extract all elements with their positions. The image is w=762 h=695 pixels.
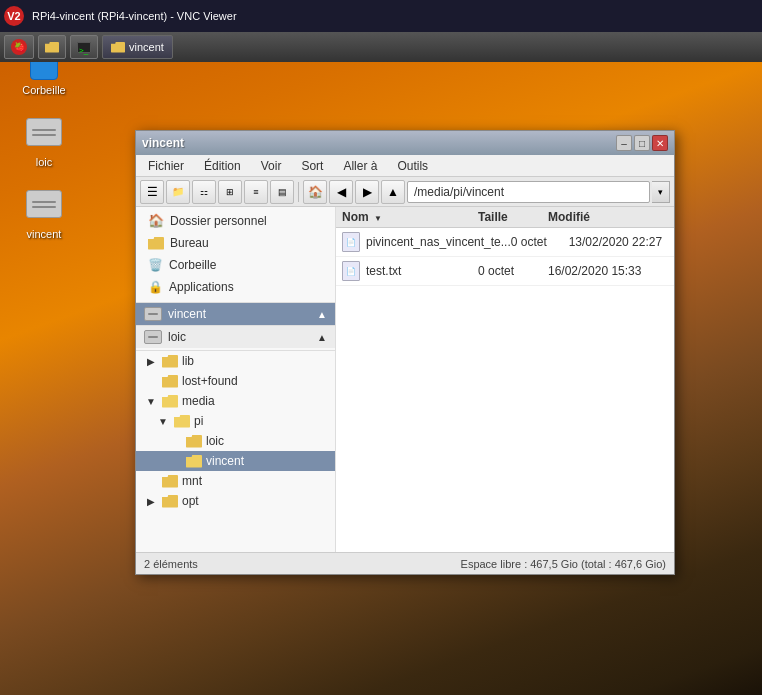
file1-date: 13/02/2020 22:27 (569, 235, 668, 249)
lost-found-toggle (144, 376, 158, 387)
status-count: 2 éléments (144, 558, 198, 570)
lib-folder-icon (162, 355, 178, 368)
back-button[interactable]: ◀ (329, 180, 353, 204)
view-toggle-button[interactable]: ⚏ (192, 180, 216, 204)
col-modifie-label: Modifié (548, 210, 590, 224)
drive-slot-2 (32, 134, 56, 136)
file-list-header: Nom ▼ Taille Modifié (336, 207, 674, 228)
col-nom-label: Nom (342, 210, 369, 224)
drive-slot-4 (32, 206, 56, 208)
new-folder-button[interactable]: 📁 (166, 180, 190, 204)
view-grid-button[interactable]: ⊞ (218, 180, 242, 204)
file-list: Nom ▼ Taille Modifié 📄 pivincent_nas_vin… (336, 207, 674, 552)
tree-item-lib[interactable]: ▶ lib (136, 351, 335, 371)
window-minimize-button[interactable]: – (616, 135, 632, 151)
corbeille-sidebar-label: Corbeille (169, 258, 216, 272)
sidebar-drive-vincent[interactable]: vincent ▲ (136, 302, 335, 325)
col-nom[interactable]: Nom ▼ (342, 210, 478, 224)
col-nom-sort-arrow: ▼ (374, 214, 382, 223)
file2-name: test.txt (366, 264, 401, 278)
vincent-label: vincent (27, 228, 62, 240)
vincent-drive-visual (26, 190, 62, 218)
table-row[interactable]: 📄 pivincent_nas_vincent_te... 0 octet 13… (336, 228, 674, 257)
active-window-button[interactable]: vincent (102, 35, 173, 59)
desktop-icon-loic[interactable]: loic (8, 112, 80, 168)
loic-folder-label: loic (206, 434, 224, 448)
sidebar-drive-loic[interactable]: loic ▲ (136, 325, 335, 348)
desktop-icons-area: Corbeille loic vincent (8, 40, 80, 240)
vincent-drive-icon (144, 307, 162, 321)
view-list-button[interactable]: ☰ (140, 180, 164, 204)
home-button[interactable]: 🏠 (303, 180, 327, 204)
places-section: 🏠 Dossier personnel Bureau 🗑️ Corbeille (136, 207, 335, 300)
sidebar-item-dossier-personnel[interactable]: 🏠 Dossier personnel (136, 209, 335, 232)
bureau-label: Bureau (170, 236, 209, 250)
vnc-logo: V2 (4, 6, 24, 26)
drives-section: vincent ▲ loic ▲ (136, 300, 335, 350)
drive-sm-inner-2 (148, 336, 158, 338)
sidebar-item-corbeille[interactable]: 🗑️ Corbeille (136, 254, 335, 276)
vnc-title: RPi4-vincent (RPi4-vincent) - VNC Viewer (32, 10, 237, 22)
tree-item-vincent-folder[interactable]: vincent (136, 451, 335, 471)
lost-found-folder-icon (162, 375, 178, 388)
lib-label: lib (182, 354, 194, 368)
media-toggle: ▼ (144, 396, 158, 407)
media-label: media (182, 394, 215, 408)
sidebar-item-applications[interactable]: 🔒 Applications (136, 276, 335, 298)
vincent-icon-img (24, 184, 64, 224)
file2-size: 0 octet (478, 264, 548, 278)
raspberry-menu-button[interactable]: 🍓 (4, 35, 34, 59)
terminal-taskbar-button[interactable]: >_ (70, 35, 98, 59)
tree-item-pi[interactable]: ▼ pi (136, 411, 335, 431)
window-close-button[interactable]: ✕ (652, 135, 668, 151)
file1-name: pivincent_nas_vincent_te... (366, 235, 511, 249)
rpi-menu-icon: 🍓 (11, 39, 27, 55)
desktop-icon-vincent[interactable]: vincent (8, 184, 80, 240)
pi-toggle: ▼ (156, 416, 170, 427)
address-dropdown[interactable]: ▾ (652, 181, 670, 203)
col-taille-label: Taille (478, 210, 508, 224)
file-manager-taskbar-button[interactable] (38, 35, 66, 59)
tree-item-mnt[interactable]: mnt (136, 471, 335, 491)
menu-voir[interactable]: Voir (253, 157, 290, 175)
tree-item-loic-folder[interactable]: loic (136, 431, 335, 451)
mnt-folder-icon (162, 475, 178, 488)
address-bar[interactable]: /media/pi/vincent (407, 181, 650, 203)
vnc-titlebar: V2 RPi4-vincent (RPi4-vincent) - VNC Vie… (0, 0, 762, 32)
window-maximize-button[interactable]: □ (634, 135, 650, 151)
file1-icon: 📄 (342, 232, 360, 252)
loic-icon-img (24, 112, 64, 152)
home-icon: 🏠 (148, 213, 164, 228)
sidebar-inner: 🏠 Dossier personnel Bureau 🗑️ Corbeille (136, 207, 335, 511)
main-content: 🏠 Dossier personnel Bureau 🗑️ Corbeille (136, 207, 674, 552)
view-compact-button[interactable]: ▤ (270, 180, 294, 204)
menu-fichier[interactable]: Fichier (140, 157, 192, 175)
tree-item-media[interactable]: ▼ media (136, 391, 335, 411)
menu-outils[interactable]: Outils (389, 157, 436, 175)
lxde-taskbar: 🍓 >_ vincent (0, 32, 762, 62)
col-taille[interactable]: Taille (478, 210, 548, 224)
menu-sort[interactable]: Sort (293, 157, 331, 175)
loic-label: loic (36, 156, 53, 168)
drive-sm-inner-1 (148, 313, 158, 315)
file-manager-title: vincent (142, 136, 184, 150)
col-modifie[interactable]: Modifié (548, 210, 668, 224)
view-details-button[interactable]: ≡ (244, 180, 268, 204)
menu-aller-a[interactable]: Aller à (335, 157, 385, 175)
table-row[interactable]: 📄 test.txt 0 octet 16/02/2020 15:33 (336, 257, 674, 286)
tree-item-opt[interactable]: ▶ opt (136, 491, 335, 511)
sidebar: 🏠 Dossier personnel Bureau 🗑️ Corbeille (136, 207, 336, 552)
vincent-drive-arrow: ▲ (317, 309, 327, 320)
forward-button[interactable]: ▶ (355, 180, 379, 204)
sidebar-item-bureau[interactable]: Bureau (136, 232, 335, 254)
drive-slot-3 (32, 201, 56, 203)
opt-label: opt (182, 494, 199, 508)
opt-toggle: ▶ (144, 496, 158, 507)
dossier-personnel-label: Dossier personnel (170, 214, 267, 228)
vincent-drive-label: vincent (168, 307, 206, 321)
mnt-toggle (144, 476, 158, 487)
up-button[interactable]: ▲ (381, 180, 405, 204)
corbeille-label: Corbeille (22, 84, 65, 96)
tree-item-lost-found[interactable]: lost+found (136, 371, 335, 391)
menu-edition[interactable]: Édition (196, 157, 249, 175)
